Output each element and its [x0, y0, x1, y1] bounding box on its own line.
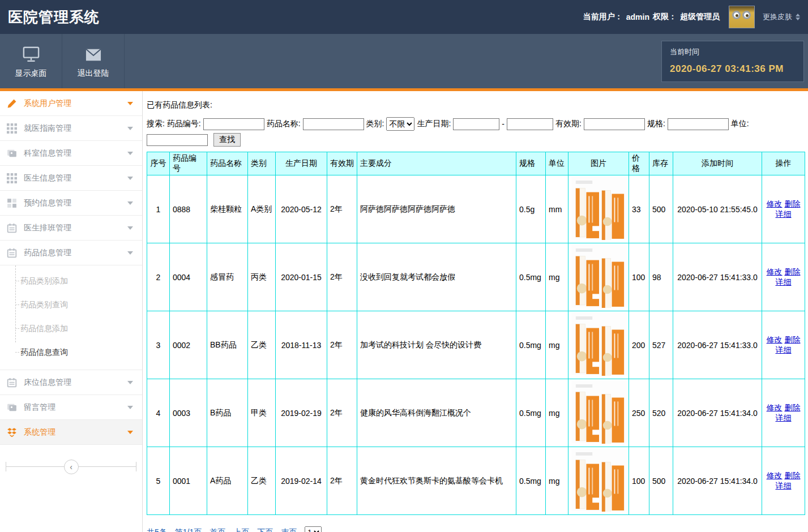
find-button[interactable]: 查找	[213, 133, 241, 147]
cell-stock: 520	[649, 379, 673, 447]
sidebar-item-0[interactable]: 系统用户管理	[0, 91, 142, 116]
cell-unit: mg	[546, 447, 568, 515]
current-user-label: 当前用户：	[583, 12, 623, 22]
row-actions-cell: 修改 删除 详细	[762, 311, 805, 379]
sidebar-item-7[interactable]: 床位信息管理	[0, 370, 142, 395]
cell-no: 1	[147, 175, 170, 243]
time-value: 2020-06-27 03:41:36 PM	[670, 63, 796, 75]
cell-name: B药品	[207, 379, 248, 447]
column-header: 规格	[516, 152, 546, 175]
delete-link[interactable]: 删除	[784, 403, 800, 412]
change-skin-button[interactable]: 更换皮肤	[763, 12, 800, 22]
cell-price: 100	[629, 447, 649, 515]
sidebar-item-label: 系统用户管理	[24, 98, 71, 109]
chevron-down-icon	[127, 127, 133, 130]
drug-photo-image	[571, 504, 627, 513]
cell-code: 0001	[170, 447, 207, 515]
delete-link[interactable]: 删除	[784, 471, 800, 480]
cell-name: BB药品	[207, 311, 248, 379]
chevron-down-icon	[127, 406, 133, 409]
page-select[interactable]: 1	[305, 526, 322, 532]
spec-input[interactable]	[668, 118, 729, 130]
show-desktop-label: 显示桌面	[15, 68, 47, 79]
table-header-row: 序号药品编号药品名称类别生产日期有效期主要成分规格单位图片价格库存添加时间操作	[147, 152, 805, 175]
page-info: 第1/1页	[175, 527, 202, 532]
sidebar-item-2[interactable]: 科室信息管理	[0, 141, 142, 166]
cell-no: 4	[147, 379, 170, 447]
sidebar: 系统用户管理就医指南管理科室信息管理医生信息管理预约信息管理医生排班管理药品信息…	[0, 91, 143, 532]
calendar-icon	[7, 223, 17, 233]
app-title: 医院管理系统	[8, 7, 100, 27]
validity-input[interactable]	[584, 118, 645, 130]
detail-link[interactable]: 详细	[776, 345, 792, 354]
sidebar-item-3[interactable]: 医生信息管理	[0, 166, 142, 191]
drug-name-label: 药品名称:	[267, 119, 301, 129]
sidebar-item-4[interactable]: 预约信息管理	[0, 191, 142, 216]
next-page-link[interactable]: 下页	[257, 527, 273, 532]
sidebar-item-label: 药品信息管理	[24, 248, 71, 258]
edit-link[interactable]: 修改	[767, 471, 783, 480]
sidebar-subitem-1[interactable]: 药品类别查询	[0, 293, 142, 316]
last-page-link[interactable]: 末页	[281, 527, 297, 532]
sidebar-item-label: 留言管理	[24, 402, 55, 413]
delete-link[interactable]: 删除	[784, 335, 800, 344]
table-row: 10888柴桂颗粒A类别2020-05-122年阿萨德阿萨德阿萨德阿萨德0.5g…	[147, 175, 805, 243]
cell-unit: mg	[546, 311, 568, 379]
collapse-sidebar-button[interactable]: ‹	[64, 460, 79, 474]
category-select[interactable]: 不限	[386, 117, 414, 131]
cell-validity: 2年	[327, 311, 357, 379]
detail-link[interactable]: 详细	[776, 413, 792, 422]
drug-photo-cell	[568, 243, 629, 311]
prod-date-to-input[interactable]	[507, 118, 553, 130]
sidebar-submenu: 药品类别添加药品类别查询药品信息添加药品信息查询	[0, 265, 142, 370]
drug-photo-image	[571, 301, 627, 310]
sidebar-subitem-2[interactable]: 药品信息添加	[0, 316, 142, 340]
detail-link[interactable]: 详细	[776, 481, 792, 490]
grid-icon	[7, 173, 17, 183]
cell-stock: 500	[649, 175, 673, 243]
skin-arrows-icon	[796, 14, 800, 20]
edit-link[interactable]: 修改	[767, 199, 783, 208]
edit-link[interactable]: 修改	[767, 335, 783, 344]
drug-table: 序号药品编号药品名称类别生产日期有效期主要成分规格单位图片价格库存添加时间操作 …	[147, 152, 805, 515]
prod-date-from-input[interactable]	[453, 118, 499, 130]
sidebar-item-8[interactable]: 留言管理	[0, 395, 142, 420]
drug-name-input[interactable]	[303, 118, 364, 130]
validity-label: 有效期:	[555, 119, 582, 129]
column-header: 药品编号	[170, 152, 207, 175]
cell-validity: 2年	[327, 447, 357, 515]
unit-input[interactable]	[147, 134, 208, 146]
first-page-link[interactable]: 首页	[210, 527, 225, 532]
edit-link[interactable]: 修改	[767, 267, 783, 276]
drug-photo-cell	[568, 175, 629, 243]
blocks-icon	[7, 198, 17, 208]
avatar	[729, 6, 755, 28]
sidebar-item-9[interactable]: 系统管理	[0, 420, 142, 445]
cell-added: 2020-06-27 15:41:33.0	[673, 311, 762, 379]
logout-button[interactable]: 退出登陆	[62, 34, 125, 88]
detail-link[interactable]: 详细	[776, 277, 792, 286]
prod-date-label: 生产日期:	[417, 119, 451, 129]
detail-link[interactable]: 详细	[776, 209, 792, 218]
sidebar-item-5[interactable]: 医生排班管理	[0, 216, 142, 241]
column-header: 添加时间	[673, 152, 762, 175]
cell-price: 33	[629, 175, 649, 243]
drug-code-input[interactable]	[203, 118, 264, 130]
sidebar-subitem-3[interactable]: 药品信息查询	[0, 340, 142, 364]
cell-price: 250	[629, 379, 649, 447]
cell-added: 2020-06-27 15:41:33.0	[673, 243, 762, 311]
column-header: 有效期	[327, 152, 357, 175]
column-header: 主要成分	[357, 152, 516, 175]
sidebar-item-6[interactable]: 药品信息管理	[0, 241, 142, 265]
sidebar-subitem-0[interactable]: 药品类别添加	[0, 269, 142, 293]
drug-photo-cell	[568, 447, 629, 515]
cell-code: 0888	[170, 175, 207, 243]
prev-page-link[interactable]: 上页	[233, 527, 249, 532]
sidebar-item-1[interactable]: 就医指南管理	[0, 116, 142, 141]
edit-link[interactable]: 修改	[767, 403, 783, 412]
column-header: 操作	[762, 152, 805, 175]
delete-link[interactable]: 删除	[784, 199, 800, 208]
show-desktop-button[interactable]: 显示桌面	[0, 34, 62, 88]
delete-link[interactable]: 删除	[784, 267, 800, 276]
drug-photo-image	[571, 368, 627, 377]
